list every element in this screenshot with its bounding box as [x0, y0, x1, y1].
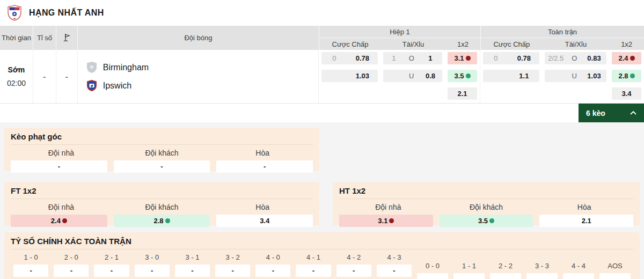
col-time-header: Thời gian: [0, 26, 33, 50]
score-value-box[interactable]: -: [135, 265, 170, 277]
odds-handicap-box[interactable]: 1.03: [321, 70, 378, 82]
team-row-home[interactable]: Birmingham: [86, 61, 149, 74]
ht-1x2-panel: HT 1x2 Đội nhàĐội kháchHòa 3.1 3.5 2.1: [333, 182, 640, 225]
team-row-away[interactable]: Ipswich: [86, 79, 131, 92]
score-value-box[interactable]: -: [377, 265, 412, 277]
score-value-box[interactable]: -: [13, 265, 48, 277]
group-label-firsthalf: Hiệp 1: [319, 26, 480, 38]
score-value-box[interactable]: -: [453, 273, 485, 279]
panel-title: TỶ SỐ CHÍNH XÁC TOÀN TRẬN: [11, 237, 633, 249]
panel-column-header: Đội khách: [437, 203, 536, 211]
odds-value-box[interactable]: 3.1: [339, 215, 433, 227]
corner-odds-panel: Kèo phạt góc Đội nhàĐội kháchHòa - - -: [4, 128, 319, 171]
score-value-box[interactable]: -: [175, 265, 210, 277]
score-value-box[interactable]: -: [255, 265, 290, 277]
odds-group-firsthalf: 0 0.78 1.03 1 O 1 U 0.8: [319, 50, 480, 103]
group-header-fulltime: Toàn trận Cược Chấp Tài/Xỉu 1x2: [480, 26, 644, 50]
odds-1x2-box[interactable]: 2.4: [612, 52, 641, 64]
match-time-clock: 02:00: [7, 79, 26, 87]
score-column: 4 - 4 -: [560, 249, 597, 279]
odds-overunder-box[interactable]: 2/2.5 O 0.83: [545, 52, 606, 64]
score-value-box[interactable]: -: [296, 265, 331, 277]
panel-column-header: Đội khách: [112, 149, 213, 157]
score-label: 3 - 1: [175, 253, 210, 261]
col-score-header: Tỉ số: [33, 26, 56, 50]
subcol-header-1x2: 1x2: [445, 40, 480, 48]
odds-1x2-box[interactable]: 3.1: [448, 52, 477, 64]
panel-title: Kèo phạt góc: [11, 132, 313, 145]
odds-value-box[interactable]: 2.4: [11, 215, 107, 227]
score-column: 3 - 1 - -: [172, 249, 213, 279]
away-team-badge-icon: [86, 79, 97, 92]
odds-handicap-box[interactable]: 0 0.78: [483, 52, 539, 64]
score-column: 0 - 0 -: [414, 249, 451, 279]
score-value-box[interactable]: -: [417, 273, 448, 279]
corner-flag-header: [56, 26, 78, 50]
odds-value-box[interactable]: 3.4: [216, 215, 313, 227]
match-time-label: Sớm: [8, 65, 25, 74]
league-title: HẠNG NHẤT ANH: [29, 8, 104, 18]
odds-1x2-box[interactable]: 3.4: [612, 87, 641, 100]
odds-1x2-box[interactable]: 2.8: [612, 70, 641, 82]
panel-column-header: Đội nhà: [11, 149, 112, 157]
keo-bar: 6 kèo: [0, 104, 644, 122]
score-label: 4 - 4: [563, 262, 594, 270]
exact-score-panel: TỶ SỐ CHÍNH XÁC TOÀN TRẬN 1 - 0 - - 2 - …: [4, 232, 640, 279]
odds-value-box[interactable]: 3.5: [440, 215, 533, 227]
match-corner: -: [56, 50, 78, 103]
away-team-name: Ipswich: [103, 81, 131, 91]
score-column: 2 - 2 -: [487, 249, 524, 279]
panel-column-header: Đội nhà: [11, 203, 112, 211]
score-label: 4 - 2: [336, 253, 371, 261]
score-value-box[interactable]: -: [526, 273, 558, 279]
score-value-box[interactable]: -: [599, 273, 631, 279]
team-list: Birmingham Ipswich: [78, 50, 319, 103]
odds-value-box[interactable]: -: [114, 160, 210, 173]
panel-title: FT 1x2: [11, 186, 313, 199]
app-root: HẠNG NHẤT ANH Thời gian Tỉ số Đội bóng H…: [0, 0, 644, 279]
panel-title: HT 1x2: [339, 186, 633, 199]
score-column: 2 - 1 - -: [91, 249, 131, 279]
odds-trend-dot: [489, 218, 494, 223]
odds-value-box[interactable]: -: [216, 160, 313, 173]
score-value-box[interactable]: -: [490, 273, 521, 279]
score-label: 0 - 0: [417, 262, 448, 270]
odds-trend-dot: [630, 74, 635, 78]
odds-value-box[interactable]: 2.8: [114, 215, 210, 227]
score-value-box[interactable]: -: [215, 265, 250, 277]
corner-flag-icon: [63, 33, 71, 43]
match-score: -: [33, 50, 56, 103]
odds-overunder-box[interactable]: U 0.8: [383, 70, 442, 82]
score-column: 4 - 3 - -: [374, 249, 414, 279]
score-label: 2 - 1: [94, 253, 129, 261]
score-column: 3 - 3 -: [524, 249, 560, 279]
table-header: Thời gian Tỉ số Đội bóng Hiệp 1 Cược Chấ…: [0, 26, 644, 50]
score-label: 4 - 1: [296, 253, 331, 261]
odds-1x2-box[interactable]: 3.5: [448, 70, 477, 82]
odds-overunder-box[interactable]: U 1.03: [545, 70, 606, 82]
score-column: 1 - 0 - -: [11, 249, 51, 279]
match-row: Sớm 02:00 - - Birmingham: [0, 50, 644, 104]
odds-1x2-box[interactable]: 2.1: [448, 87, 477, 100]
odds-handicap-box[interactable]: 0 0.78: [321, 52, 378, 64]
score-label: 2 - 0: [54, 253, 89, 261]
score-value-box[interactable]: -: [336, 265, 371, 277]
score-value-box[interactable]: -: [94, 265, 129, 277]
col-team-header: Đội bóng: [78, 26, 319, 50]
score-value-box[interactable]: -: [563, 273, 594, 279]
odds-trend-dot: [62, 218, 67, 223]
score-column: AOS -: [597, 249, 633, 279]
panel-column-header: Hòa: [535, 203, 633, 211]
odds-handicap-box[interactable]: 1.1: [483, 70, 539, 82]
group-label-fulltime: Toàn trận: [481, 26, 644, 38]
odds-value-box[interactable]: -: [11, 160, 107, 173]
score-column: 4 - 1 - -: [293, 249, 333, 279]
odds-overunder-box[interactable]: 1 O 1: [383, 52, 442, 64]
subcol-header-1x2: 1x2: [609, 40, 644, 48]
panel-column-header: Hòa: [212, 203, 313, 211]
score-value-box[interactable]: -: [54, 265, 89, 277]
home-team-badge-icon: [86, 61, 97, 74]
odds-trend-dot: [389, 218, 394, 223]
keo-toggle-button[interactable]: 6 kèo: [579, 104, 644, 122]
odds-value-box[interactable]: 2.1: [539, 215, 633, 227]
